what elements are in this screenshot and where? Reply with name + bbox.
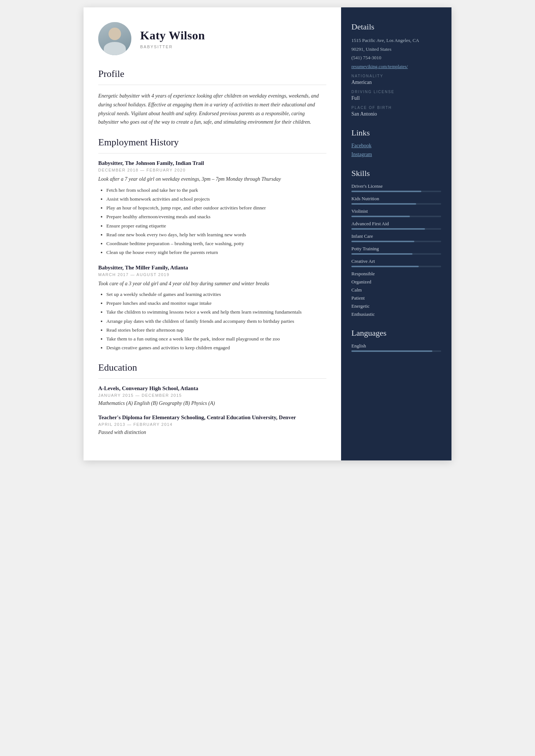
header: Katy Wilson Babysitter xyxy=(98,22,326,55)
list-item: Take the children to swimming lessons tw… xyxy=(106,308,326,316)
skill-bar-fill xyxy=(351,216,410,217)
job-1-dates: December 2018 — February 2020 xyxy=(98,168,326,172)
resume-container: Katy Wilson Babysitter Profile Energetic… xyxy=(84,7,451,460)
education-section: Education A-Levels, Convenary High Schoo… xyxy=(98,362,326,435)
skill-item: Driver's License xyxy=(351,183,441,192)
employment-section: Employment History Babysitter, The Johns… xyxy=(98,137,326,352)
skill-name: Kids Nutrition xyxy=(351,196,441,202)
birth-label: Place of Birth xyxy=(351,106,441,110)
driving-label: Driving License xyxy=(351,90,441,94)
list-item: Clean up the house every night before th… xyxy=(106,249,326,256)
facebook-link[interactable]: Facebook xyxy=(351,143,441,149)
list-item: Assist with homework activities and scho… xyxy=(106,195,326,203)
skill-name: Creative Art xyxy=(351,258,441,264)
links-title: Links xyxy=(351,128,441,138)
address-line1: 1515 Pacific Ave, Los Angeles, CA xyxy=(351,37,441,44)
details-section: Details 1515 Pacific Ave, Los Angeles, C… xyxy=(351,22,441,117)
skill-item: Infant Care xyxy=(351,233,441,242)
skill-name: Infant Care xyxy=(351,233,441,239)
text-skills-container: ResponsibleOrganizedCalmPatientEnergetic… xyxy=(351,271,441,317)
job-2: Babysitter, The Miller Family, Atlanta M… xyxy=(98,265,326,352)
list-item: Set up a weekly schedule of games and le… xyxy=(106,291,326,298)
profile-text: Energetic babysitter with 4 years of exp… xyxy=(98,92,326,127)
list-item: Prepare healthy afternoon/evening meals … xyxy=(106,213,326,220)
list-item: Design creative games and activities to … xyxy=(106,344,326,351)
text-skill-item: Calm xyxy=(351,287,441,293)
list-item: Fetch her from school and take her to th… xyxy=(106,187,326,194)
left-column: Katy Wilson Babysitter Profile Energetic… xyxy=(84,7,341,460)
languages-section: Languages English xyxy=(351,328,441,352)
skill-bar-fill xyxy=(351,191,421,192)
links-section: Links Facebook Instagram xyxy=(351,128,441,158)
skill-bar-bg xyxy=(351,216,441,217)
candidate-subtitle: Babysitter xyxy=(140,45,205,49)
lang-bar-bg xyxy=(351,350,441,352)
list-item: Read one new book every two days, help h… xyxy=(106,231,326,239)
list-item: Ensure proper eating etiquette xyxy=(106,222,326,230)
education-title: Education xyxy=(98,362,326,373)
edu-1: A-Levels, Convenary High School, Atlanta… xyxy=(98,385,326,406)
list-item: Read stories before their afternoon nap xyxy=(106,326,326,334)
language-item: English xyxy=(351,343,441,352)
nationality-value: American xyxy=(351,80,441,85)
text-skill-item: Responsible xyxy=(351,271,441,277)
skills-section: Skills Driver's License Kids Nutrition V… xyxy=(351,169,441,317)
skill-item: Violinist xyxy=(351,208,441,217)
avatar xyxy=(98,22,131,55)
employment-title: Employment History xyxy=(98,137,326,148)
header-info: Katy Wilson Babysitter xyxy=(140,29,205,49)
profile-section: Profile Energetic babysitter with 4 year… xyxy=(98,68,326,127)
edu-1-desc: Mathematics (A) English (B) Geography (B… xyxy=(98,400,326,406)
job-1: Babysitter, The Johnson Family, Indian T… xyxy=(98,160,326,256)
job-2-title: Babysitter, The Miller Family, Atlanta xyxy=(98,265,326,271)
list-item: Play an hour of hopscotch, jump rope, an… xyxy=(106,204,326,212)
skill-bar-bg xyxy=(351,241,441,242)
skill-bar-bg xyxy=(351,191,441,192)
skill-bar-bg xyxy=(351,203,441,205)
languages-title: Languages xyxy=(351,328,441,338)
skill-name: Driver's License xyxy=(351,183,441,189)
nationality-label: Nationality xyxy=(351,74,441,78)
skill-name: Advanced First Aid xyxy=(351,221,441,227)
edu-2: Teacher's Diploma for Elementary Schooli… xyxy=(98,414,326,435)
skill-bar-bg xyxy=(351,266,441,267)
skill-item: Potty Training xyxy=(351,246,441,255)
skill-bar-fill xyxy=(351,241,414,242)
skill-bar-fill xyxy=(351,203,416,205)
details-title: Details xyxy=(351,22,441,32)
edu-2-title: Teacher's Diploma for Elementary Schooli… xyxy=(98,414,326,421)
text-skill-item: Organized xyxy=(351,279,441,285)
text-skill-item: Enthusiastic xyxy=(351,311,441,317)
job-1-title: Babysitter, The Johnson Family, Indian T… xyxy=(98,160,326,166)
job-1-desc: Look after a 7 year old girl on weekday … xyxy=(98,175,326,183)
edu-1-title: A-Levels, Convenary High School, Atlanta xyxy=(98,385,326,392)
edu-1-dates: January 2015 — December 2015 xyxy=(98,393,326,398)
lang-container: English xyxy=(351,343,441,352)
address-line2: 90291, United States xyxy=(351,46,441,53)
skill-item: Creative Art xyxy=(351,258,441,267)
text-skill-item: Energetic xyxy=(351,303,441,309)
right-column: Details 1515 Pacific Ave, Los Angeles, C… xyxy=(341,7,451,460)
lang-bar-fill xyxy=(351,350,432,352)
skill-item: Advanced First Aid xyxy=(351,221,441,230)
education-divider xyxy=(98,378,326,379)
edu-2-desc: Passed with distinction xyxy=(98,430,326,435)
website-link[interactable]: resumeviking.com/templates/ xyxy=(351,64,408,69)
instagram-link[interactable]: Instagram xyxy=(351,152,441,158)
skill-item: Kids Nutrition xyxy=(351,196,441,205)
skills-title: Skills xyxy=(351,169,441,178)
candidate-name: Katy Wilson xyxy=(140,29,205,42)
skill-bar-bg xyxy=(351,253,441,255)
list-item: Take them to a fun outing once a week li… xyxy=(106,335,326,343)
job-2-desc: Took care of a 3 year old girl and 4 yea… xyxy=(98,280,326,288)
lang-name: English xyxy=(351,343,441,349)
bar-skills-container: Driver's License Kids Nutrition Violinis… xyxy=(351,183,441,267)
employment-divider xyxy=(98,153,326,153)
job-2-list: Set up a weekly schedule of games and le… xyxy=(98,291,326,352)
list-item: Prepare lunches and snacks and monitor s… xyxy=(106,300,326,307)
driving-value: Full xyxy=(351,95,441,101)
phone: (541) 754-3010 xyxy=(351,54,441,61)
skill-bar-bg xyxy=(351,228,441,230)
birth-value: San Antonio xyxy=(351,111,441,117)
edu-2-dates: April 2013 — February 2014 xyxy=(98,422,326,427)
